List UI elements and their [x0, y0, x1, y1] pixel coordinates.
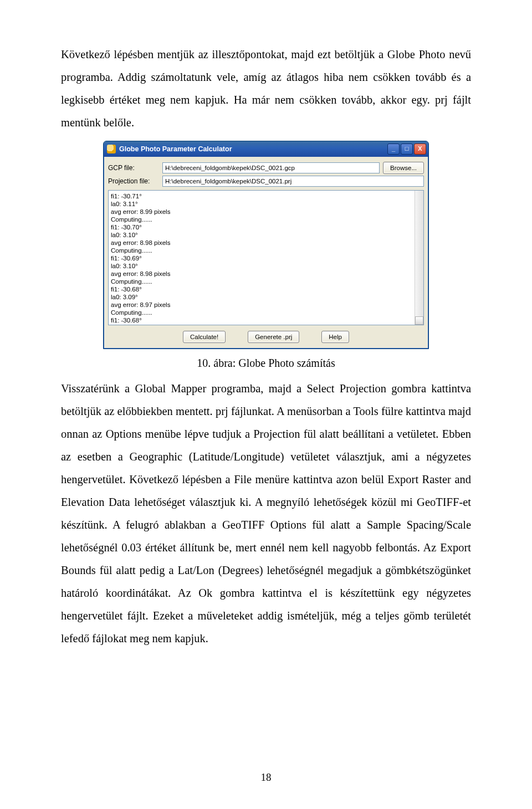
- computation-log: fi1: -30.71° la0: 3.11° avg error: 8.99 …: [108, 190, 424, 325]
- projection-file-label: Projection file:: [108, 177, 159, 185]
- minimize-button[interactable]: _: [387, 144, 400, 155]
- gcp-file-label: GCP file:: [108, 164, 159, 172]
- calculate-button[interactable]: Calculate!: [183, 331, 226, 343]
- help-button[interactable]: Help: [321, 331, 349, 343]
- paragraph-body: Visszatérünk a Global Mapper programba, …: [61, 377, 471, 650]
- window-buttons: _ □ X: [387, 144, 426, 155]
- window-titlebar: Globe Photo Parameter Calculator _ □ X: [104, 141, 428, 157]
- page-number: 18: [0, 771, 532, 784]
- globe-photo-window: Globe Photo Parameter Calculator _ □ X G…: [103, 141, 429, 349]
- projection-file-input[interactable]: [162, 176, 424, 187]
- generate-prj-button[interactable]: Generete .prj: [248, 331, 299, 343]
- paragraph-intro: Következő lépésben mentjük az illesztőpo…: [61, 43, 471, 134]
- log-text: fi1: -30.71° la0: 3.11° avg error: 8.99 …: [111, 193, 170, 325]
- browse-gcp-button[interactable]: Browse...: [383, 162, 424, 174]
- figure-caption: 10. ábra: Globe Photo számítás: [61, 357, 471, 370]
- window-title: Globe Photo Parameter Calculator: [119, 145, 232, 153]
- close-button[interactable]: X: [414, 144, 426, 155]
- figure-globe-photo: Globe Photo Parameter Calculator _ □ X G…: [61, 141, 471, 351]
- maximize-button[interactable]: □: [401, 144, 413, 155]
- scrollbar-down-icon[interactable]: [415, 316, 423, 325]
- gcp-file-input[interactable]: [162, 162, 380, 173]
- app-icon: [107, 145, 116, 153]
